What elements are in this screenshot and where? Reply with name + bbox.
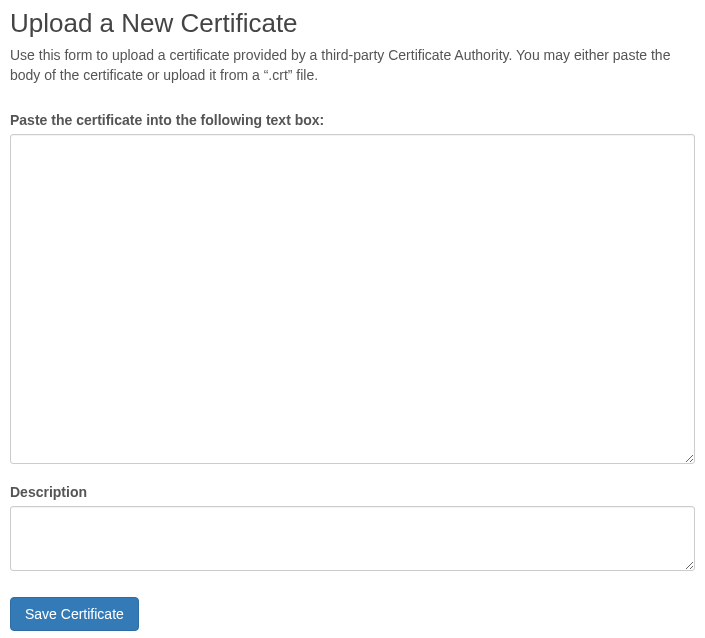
certificate-label: Paste the certificate into the following… xyxy=(10,112,695,128)
intro-text: Use this form to upload a certificate pr… xyxy=(10,45,695,86)
description-textarea[interactable] xyxy=(10,506,695,571)
description-group: Description xyxy=(10,484,695,575)
certificate-textarea[interactable] xyxy=(10,134,695,464)
description-label: Description xyxy=(10,484,695,500)
page-title: Upload a New Certificate xyxy=(10,8,695,39)
certificate-group: Paste the certificate into the following… xyxy=(10,112,695,468)
save-certificate-button[interactable]: Save Certificate xyxy=(10,597,139,631)
